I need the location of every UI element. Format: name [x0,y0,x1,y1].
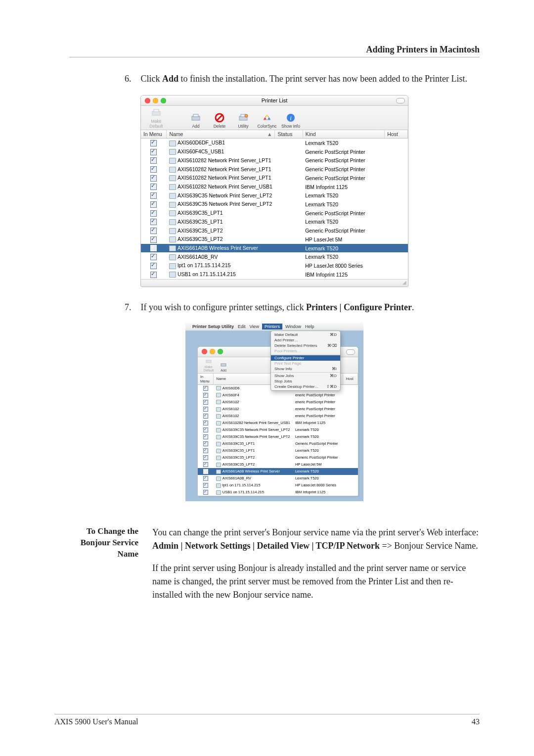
minimize-icon[interactable] [210,349,215,354]
col-inmenu[interactable]: In Menu [141,130,167,139]
checkbox-icon[interactable] [203,386,208,391]
table-row[interactable]: AXIS639C35 Network Print Server_LPT2Lexm… [141,191,408,200]
checkbox-icon[interactable] [203,490,208,495]
checkbox-icon[interactable] [150,263,157,269]
table-row[interactable]: AXIS6102eneric PostScript Printer [198,399,358,406]
checkbox-icon[interactable] [150,236,157,243]
table-row[interactable]: AXIS610282 Network Print Server_USB1IBM … [198,420,358,426]
table-row[interactable]: AXIS639C35_LPT2HP LaserJet 5M [198,461,358,468]
checkbox-icon[interactable] [203,462,208,467]
table-row[interactable]: AXIS610282 Network Print Server_USB1IBM … [141,183,408,191]
checkbox-icon[interactable] [150,210,157,217]
table-row[interactable]: AXIS6102eneric PostScript Printer [198,406,358,413]
checkbox-icon[interactable] [150,254,157,260]
menubar-item[interactable]: Help [305,324,314,329]
col-host[interactable]: Host [343,374,358,385]
checkbox-icon[interactable] [203,407,208,412]
utility-button[interactable]: Utility [232,112,255,129]
table-row[interactable]: AXIS639C35_LPT2HP LaserJet 5M [141,235,408,244]
checkbox-icon[interactable] [203,400,208,405]
checkbox-icon[interactable] [203,393,208,398]
menu-item[interactable]: Add Printer… [271,337,340,343]
add-button[interactable]: Add [184,112,207,129]
checkbox-icon[interactable] [150,149,157,155]
checkbox-icon[interactable] [150,140,157,146]
table-row[interactable]: AXIS639C35_LPT2Generic PostScript Printe… [141,226,408,235]
toolbar-toggle-icon[interactable] [346,349,355,355]
table-row[interactable]: AXIS60D6DF_USB1Lexmark T520 [141,139,408,147]
table-row[interactable]: lpt1 on 171.15.114.215HP LaserJet 8000 S… [198,482,358,489]
table-row[interactable]: AXIS610282 Network Print Server_LPT1Gene… [141,165,408,174]
checkbox-icon[interactable] [150,245,157,251]
table-row[interactable]: AXIS661A0B_RVLexmark T520 [141,252,408,261]
checkbox-icon[interactable] [203,427,208,432]
table-row[interactable]: AXIS639C35_LPT2Generic PostScript Printe… [198,454,358,461]
checkbox-icon[interactable] [203,421,208,425]
table-row[interactable]: AXIS639C35_LPT1Generic PostScript Printe… [141,209,408,218]
table-row[interactable]: AXIS661A0B Wireless Print ServerLexmark … [141,244,408,253]
menu-item[interactable]: Create Desktop Printer…⇧⌘D [271,384,340,389]
col-inmenu[interactable]: In Menu [198,374,214,385]
checkbox-icon[interactable] [203,441,208,446]
col-name[interactable]: Name▲ [167,130,275,139]
table-row[interactable]: AXIS661A0B_RVLexmark T520 [198,475,358,482]
table-row[interactable]: AXIS639C35 Network Print Server_LPT2Lexm… [141,200,408,209]
col-host[interactable]: Host [385,130,408,139]
menu-item[interactable]: Delete Selected Printers⌘⌫ [271,343,340,348]
menubar-item[interactable]: Window [285,324,301,329]
resize-handle-icon[interactable]: ◢ [141,279,408,286]
col-kind[interactable]: Kind [303,130,385,139]
checkbox-icon[interactable] [203,434,208,439]
menubar-item[interactable]: Printer Setup Utility [192,324,234,329]
table-row[interactable]: AXIS639C35_LPT1Lexmark T520 [198,447,358,454]
table-row[interactable]: AXIS639C35 Network Print Server_LPT2Lexm… [198,433,358,440]
table-row[interactable]: AXIS60F4eneric PostScript Printer [198,392,358,399]
checkbox-icon[interactable] [150,228,157,234]
checkbox-icon[interactable] [150,157,157,164]
checkbox-icon[interactable] [203,483,208,488]
checkbox-icon[interactable] [150,192,157,199]
table-row[interactable]: AXIS639C35_LPT1Generic PostScript Printe… [198,440,358,447]
table-row[interactable]: AXIS639C35 Network Print Server_LPT2Lexm… [198,426,358,433]
table-row[interactable]: AXIS639C35_LPT1Lexmark T520 [141,218,408,227]
colorsync-button[interactable]: ColorSync [256,112,278,129]
table-row[interactable]: AXIS661A0B Wireless Print ServerLexmark … [198,468,358,475]
checkbox-icon[interactable] [150,201,157,208]
bonjour-section: To Change the Bonjour Service Name You c… [69,526,480,611]
show-info-button[interactable]: i Show Info [279,112,302,129]
menu-item[interactable]: Make Default⌘D [271,332,340,337]
menubar-item[interactable]: Edit [238,324,246,329]
checkbox-icon[interactable] [203,476,208,481]
make-default-button[interactable]: Make Default [145,107,168,129]
table-row[interactable]: lpt1 on 171.15.114.215HP LaserJet 8000 S… [141,261,408,270]
table-row[interactable]: AXIS6102eneric PostScript Printer [198,413,358,420]
checkbox-icon[interactable] [150,272,157,278]
close-icon[interactable] [202,349,207,354]
zoom-icon[interactable] [218,349,223,354]
menu-item[interactable]: Show Jobs⌘O [271,373,340,378]
menubar-item[interactable]: View [250,324,259,329]
menu-item[interactable]: Configure Printer [271,355,340,361]
table-row[interactable]: AXIS60F4C5_USB1Generic PostScript Printe… [141,147,408,156]
checkbox-icon[interactable] [150,166,157,173]
checkbox-icon[interactable] [150,219,157,225]
checkbox-icon[interactable] [150,184,157,190]
menu-item[interactable]: Stop Jobs [271,378,340,384]
checkbox-icon[interactable] [203,455,208,460]
table-row[interactable]: AXIS610282 Network Print Server_LPT1Gene… [141,174,408,183]
checkbox-icon[interactable] [203,469,208,474]
col-status[interactable]: Status [275,130,303,139]
checkbox-icon[interactable] [150,175,157,182]
table-row[interactable]: USB1 on 171.15.114.215IBM Infoprint 1125 [198,489,358,496]
checkbox-icon[interactable] [203,414,208,419]
table-row[interactable]: AXIS610282 Network Print Server_LPT1Gene… [141,156,408,165]
table-row[interactable]: USB1 on 171.15.114.215IBM Infoprint 1125 [141,270,408,279]
checkbox-icon[interactable] [203,448,208,453]
toolbar-toggle-icon[interactable] [396,98,405,103]
info-icon: i [279,112,302,124]
make-default-button[interactable]: Make Default [202,357,216,372]
add-button[interactable]: Add [217,361,230,372]
menu-item[interactable]: Show Info⌘I [271,366,340,372]
delete-button[interactable]: Delete [208,112,231,129]
menubar-item-printers[interactable]: Printers [262,324,282,330]
